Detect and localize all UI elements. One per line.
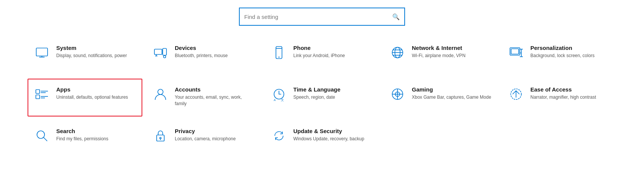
- setting-title-search: Search: [56, 128, 136, 134]
- setting-desc-time: Speech, region, date: [293, 94, 373, 101]
- svg-rect-40: [157, 135, 164, 141]
- search-bar-container: 🔍: [0, 0, 644, 29]
- search-icon: 🔍: [392, 13, 400, 20]
- svg-text:文: 文: [281, 98, 284, 101]
- svg-rect-22: [36, 90, 40, 93]
- ease-icon: [508, 86, 524, 101]
- personalization-icon: [508, 45, 524, 60]
- svg-rect-23: [36, 95, 40, 99]
- setting-title-gaming: Gaming: [412, 86, 492, 93]
- setting-item-personalization[interactable]: Personalization Background, lock screen,…: [502, 37, 616, 75]
- privacy-icon: [152, 128, 169, 143]
- svg-rect-4: [163, 48, 166, 55]
- setting-title-time: Time & Language: [293, 86, 373, 93]
- setting-title-devices: Devices: [175, 45, 255, 51]
- svg-text:A: A: [274, 98, 276, 101]
- svg-point-7: [163, 56, 166, 58]
- setting-item-phone[interactable]: Phone Link your Android, iPhone: [265, 37, 379, 75]
- setting-title-personalization: Personalization: [530, 45, 610, 51]
- setting-desc-personalization: Background, lock screen, colors: [530, 53, 610, 59]
- setting-title-privacy: Privacy: [175, 128, 255, 134]
- svg-point-41: [160, 137, 161, 139]
- devices-icon: [152, 45, 169, 60]
- update-icon: [271, 128, 287, 143]
- svg-rect-3: [154, 49, 162, 54]
- accounts-icon: [152, 86, 169, 101]
- setting-item-privacy[interactable]: Privacy Location, camera, microphone: [146, 120, 261, 158]
- svg-rect-0: [36, 48, 48, 56]
- setting-item-system[interactable]: System Display, sound, notifications, po…: [28, 37, 142, 75]
- system-icon: [34, 45, 50, 60]
- settings-grid: System Display, sound, notifications, po…: [12, 29, 632, 166]
- setting-item-network[interactable]: Network & Internet Wi-Fi, airplane mode,…: [383, 37, 498, 75]
- setting-title-ease: Ease of Access: [530, 86, 610, 93]
- setting-desc-accounts: Your accounts, email, sync, work, family: [175, 94, 255, 107]
- setting-desc-gaming: Xbox Game Bar, captures, Game Mode: [412, 94, 492, 101]
- setting-title-apps: Apps: [56, 86, 136, 93]
- setting-desc-system: Display, sound, notifications, power: [56, 53, 136, 59]
- setting-item-devices[interactable]: Devices Bluetooth, printers, mouse: [146, 37, 261, 75]
- setting-desc-ease: Narrator, magnifier, high contrast: [530, 94, 610, 101]
- setting-title-update: Update & Security: [293, 128, 373, 134]
- setting-desc-network: Wi-Fi, airplane mode, VPN: [412, 53, 492, 59]
- svg-point-28: [158, 89, 163, 95]
- setting-item-time[interactable]: A 文 Time & Language Speech, region, date: [265, 79, 379, 116]
- apps-icon: [34, 86, 50, 101]
- search-bar: 🔍: [239, 8, 405, 26]
- svg-rect-21: [511, 49, 519, 54]
- network-icon: [389, 45, 406, 60]
- setting-desc-phone: Link your Android, iPhone: [293, 53, 373, 59]
- svg-line-39: [43, 137, 47, 141]
- gaming-icon: [389, 86, 406, 101]
- time-icon: A 文: [271, 86, 287, 101]
- setting-desc-update: Windows Update, recovery, backup: [293, 136, 373, 142]
- setting-title-system: System: [56, 45, 136, 51]
- setting-desc-apps: Uninstall, defaults, optional features: [56, 94, 136, 101]
- setting-item-accounts[interactable]: Accounts Your accounts, email, sync, wor…: [146, 79, 261, 116]
- search-input[interactable]: [244, 14, 392, 20]
- setting-item-search[interactable]: Search Find my files, permissions: [28, 120, 142, 158]
- setting-item-update[interactable]: Update & Security Windows Update, recove…: [265, 120, 379, 158]
- setting-item-ease[interactable]: Ease of Access Narrator, magnifier, high…: [502, 79, 616, 116]
- setting-title-accounts: Accounts: [175, 86, 255, 93]
- setting-desc-devices: Bluetooth, printers, mouse: [175, 53, 255, 59]
- setting-title-phone: Phone: [293, 45, 373, 51]
- setting-title-network: Network & Internet: [412, 45, 492, 51]
- setting-item-gaming[interactable]: Gaming Xbox Game Bar, captures, Game Mod…: [383, 79, 498, 116]
- setting-item-apps[interactable]: Apps Uninstall, defaults, optional featu…: [28, 79, 142, 116]
- search-icon: [34, 128, 50, 143]
- phone-icon: [271, 45, 287, 60]
- setting-desc-search: Find my files, permissions: [56, 136, 136, 142]
- setting-desc-privacy: Location, camera, microphone: [175, 136, 255, 142]
